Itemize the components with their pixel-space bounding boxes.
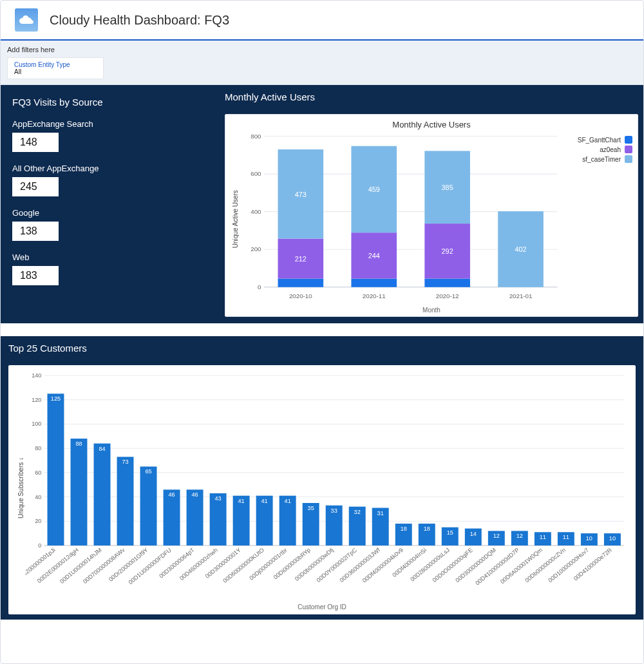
svg-text:473: 473 — [295, 191, 307, 198]
svg-text:2020-12: 2020-12 — [436, 292, 459, 299]
customers-y-axis-label: Unique Subscribers ↓ — [16, 372, 26, 603]
legend-item[interactable]: az0eah — [562, 146, 632, 153]
legend-swatch — [625, 146, 632, 153]
svg-text:00Df40000004k0v9: 00Df40000004k0v9 — [361, 547, 404, 584]
mau-legend: SF_GanttChartaz0eahsf_caseTimer — [562, 132, 632, 307]
visit-metric: Google138 — [12, 208, 213, 241]
svg-text:14: 14 — [470, 531, 477, 537]
svg-text:11: 11 — [563, 535, 569, 541]
svg-text:400: 400 — [251, 208, 261, 215]
metric-value[interactable]: 138 — [12, 222, 59, 241]
customers-chart[interactable]: 02040608010012014012500D200000001pJi8800… — [26, 372, 628, 603]
svg-text:00D30000000DQM: 00D30000000DQM — [454, 547, 497, 583]
svg-text:212: 212 — [295, 255, 307, 263]
svg-text:00D4100000e72R: 00D4100000e72R — [573, 547, 614, 582]
svg-text:100: 100 — [32, 421, 41, 428]
metric-label: AppExchange Search — [12, 119, 213, 129]
svg-text:459: 459 — [368, 185, 380, 193]
filter-name: Custom Entity Type — [14, 61, 97, 68]
svg-rect-19 — [424, 279, 470, 287]
customers-x-axis-label: Customer Org ID — [16, 603, 628, 611]
svg-text:00D10000000Huv7: 00D10000000Huv7 — [547, 547, 590, 583]
svg-text:2021-01: 2021-01 — [509, 292, 533, 299]
svg-rect-52 — [71, 439, 88, 545]
metric-label: Web — [12, 252, 213, 262]
visits-title: FQ3 Visits by Source — [12, 97, 213, 108]
svg-text:140: 140 — [32, 372, 41, 379]
metric-value[interactable]: 245 — [12, 177, 59, 196]
filter-value: All — [14, 68, 97, 75]
svg-text:41: 41 — [285, 498, 291, 504]
mau-chart-title: Monthly Active Users — [231, 120, 632, 129]
svg-rect-15 — [351, 279, 397, 287]
svg-text:385: 385 — [442, 184, 453, 191]
customers-title: Top 25 Customers — [8, 343, 636, 354]
svg-text:18: 18 — [401, 526, 407, 532]
svg-text:31: 31 — [377, 510, 384, 517]
legend-item[interactable]: sf_caseTimer — [562, 155, 632, 163]
svg-text:244: 244 — [368, 252, 380, 260]
svg-text:600: 600 — [251, 170, 261, 177]
filter-chip-custom-entity-type[interactable]: Custom Entity Type All — [7, 57, 104, 79]
dashboard-header: Cloudy Health Dashboard: FQ3 — [1, 1, 643, 41]
svg-text:65: 65 — [145, 469, 151, 475]
filters-bar: Add filters here Custom Entity Type All — [1, 41, 643, 85]
svg-text:00D60000000KUtO: 00D60000000KUtO — [222, 547, 265, 584]
svg-text:88: 88 — [75, 441, 82, 447]
svg-text:00D28000000sLsJ: 00D28000000sLsJ — [409, 547, 451, 583]
mau-panel-title: Monthly Active Users — [225, 91, 638, 102]
svg-rect-11 — [278, 279, 324, 287]
svg-text:00D700000008AWv: 00D700000008AWv — [82, 547, 126, 585]
add-filters-label[interactable]: Add filters here — [1, 41, 643, 57]
legend-label: SF_GanttChart — [578, 137, 621, 144]
customers-chart-card: Unique Subscribers ↓ 0204060801001201401… — [8, 365, 636, 614]
svg-text:46: 46 — [191, 492, 198, 498]
metric-label: All Other AppExchange — [12, 164, 213, 173]
svg-rect-49 — [47, 394, 64, 545]
svg-text:11: 11 — [540, 535, 546, 541]
svg-text:46: 46 — [168, 492, 175, 498]
legend-swatch — [625, 136, 632, 144]
svg-text:125: 125 — [51, 396, 61, 403]
svg-text:41: 41 — [261, 498, 268, 504]
svg-rect-61 — [140, 467, 157, 546]
legend-item[interactable]: SF_GanttChart — [562, 136, 632, 144]
svg-rect-58 — [117, 457, 134, 546]
metric-value[interactable]: 183 — [12, 266, 59, 285]
svg-text:00Dr2000001Gf9Y: 00Dr2000001Gf9Y — [108, 547, 149, 583]
svg-text:2020-11: 2020-11 — [363, 292, 386, 299]
svg-text:43: 43 — [215, 495, 222, 502]
svg-text:84: 84 — [99, 446, 105, 452]
svg-text:80: 80 — [35, 445, 41, 451]
top-customers-panel: Top 25 Customers Unique Subscribers ↓ 02… — [6, 336, 638, 614]
svg-text:40: 40 — [35, 494, 41, 500]
svg-text:00D0O000000qiFE: 00D0O000000qiFE — [431, 547, 474, 583]
svg-text:120: 120 — [32, 397, 41, 403]
svg-text:00D6A00001W0Qm: 00D6A00001W0Qm — [499, 547, 544, 585]
legend-label: sf_caseTimer — [582, 156, 621, 163]
metric-value[interactable]: 148 — [12, 133, 59, 152]
legend-label: az0eah — [600, 146, 621, 153]
cloud-icon — [15, 8, 38, 32]
svg-text:32: 32 — [354, 509, 361, 515]
svg-text:41: 41 — [238, 498, 245, 504]
svg-text:33: 33 — [331, 507, 337, 514]
svg-text:00D0Y000002ITpC: 00D0Y000002ITpC — [316, 547, 359, 583]
svg-text:00D1U000000FDFU: 00D1U000000FDFU — [128, 547, 173, 585]
mau-y-axis-label: Unique Active Users — [231, 132, 240, 307]
mau-chart[interactable]: 02004006008002020-102020-112020-122021-0… — [240, 132, 562, 307]
svg-text:60: 60 — [35, 470, 41, 476]
svg-text:00D0b000000wDfj: 00D0b000000wDfj — [294, 547, 335, 582]
svg-rect-67 — [187, 489, 204, 545]
visit-metric: All Other AppExchange245 — [12, 164, 213, 196]
svg-text:10: 10 — [586, 535, 592, 542]
svg-text:15: 15 — [447, 529, 453, 536]
svg-text:00D2E0000012dgH: 00D2E0000012dgH — [36, 547, 80, 584]
visit-metric: AppExchange Search148 — [12, 119, 213, 152]
svg-text:73: 73 — [122, 459, 128, 466]
svg-text:18: 18 — [424, 526, 430, 532]
legend-swatch — [625, 155, 632, 163]
svg-text:00Db0000000cZVn: 00Db0000000cZVn — [524, 547, 567, 583]
svg-text:00D360000003JWf: 00D360000003JWf — [339, 547, 382, 583]
svg-text:200: 200 — [251, 245, 261, 252]
